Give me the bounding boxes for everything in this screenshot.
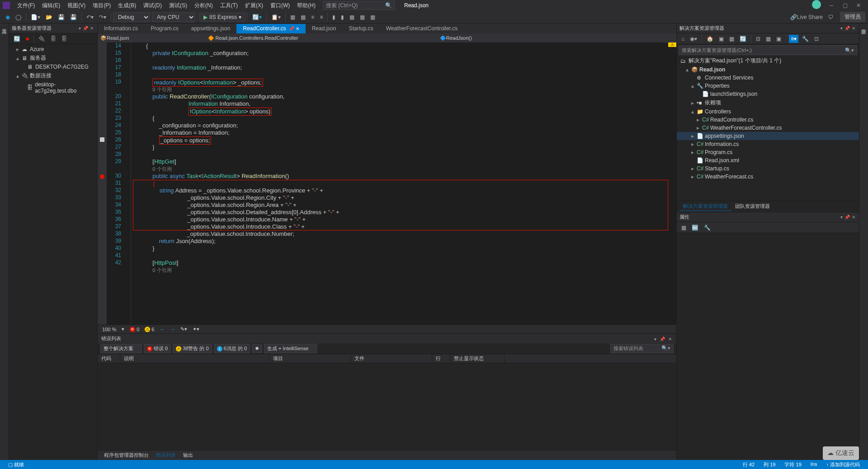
categorize-icon[interactable]: ▦ xyxy=(679,224,688,232)
tb-icon-6[interactable]: ▮ xyxy=(330,13,337,21)
tb-icon-4[interactable]: ≡ xyxy=(309,13,316,21)
home-icon[interactable]: ⌂ xyxy=(679,35,686,43)
dropdown-icon[interactable]: ▾ xyxy=(840,26,843,31)
build-dropdown[interactable]: 生成 + IntelliSense xyxy=(264,344,317,353)
code-editor[interactable]: 1415161718192021222324252627282930313233… xyxy=(98,42,676,324)
solution-item[interactable]: ▴📁Controllers xyxy=(677,108,859,116)
warning-count[interactable]: ⚠6 xyxy=(145,327,154,332)
breadcrumb-member[interactable]: 🔷 ReadJson() xyxy=(440,35,672,41)
pin-icon[interactable]: 📌 xyxy=(660,337,665,342)
view-icon[interactable]: ≡▾ xyxy=(789,35,798,43)
breadcrumb-project[interactable]: 📦 Read.json xyxy=(100,35,129,41)
solution-item[interactable]: ▸📄appsettings.json xyxy=(677,132,859,140)
solution-item[interactable]: ▸C#WeatherForecastController.cs xyxy=(677,124,859,132)
props-icon[interactable]: ▦ xyxy=(764,35,773,43)
menu-item[interactable]: 文件(F) xyxy=(14,1,38,10)
close-panel-icon[interactable]: ✕ xyxy=(90,26,94,31)
refresh-icon[interactable]: 🔄 xyxy=(12,35,22,43)
output-tab[interactable]: 程序包管理器控制台 xyxy=(100,451,152,460)
minimize-button[interactable]: ─ xyxy=(825,0,838,11)
error-count[interactable]: ✕0 xyxy=(130,327,139,332)
db-icon[interactable]: 🗄 xyxy=(49,35,58,43)
error-search-input[interactable]: 搜索错误列表 🔍▾ xyxy=(610,344,674,353)
errors-filter[interactable]: ✕错误 0 xyxy=(144,344,171,353)
solution-item[interactable]: 📄launchSettings.json xyxy=(677,90,859,98)
column-header[interactable]: 代码 xyxy=(98,354,120,363)
editor-tab[interactable]: Program.cs xyxy=(144,24,184,33)
feedback-button[interactable]: 🗩 xyxy=(826,13,835,21)
dropdown-icon[interactable]: ▾ xyxy=(654,337,656,342)
zoom-level[interactable]: 100 % xyxy=(102,327,116,332)
pin-icon[interactable]: 📌 xyxy=(844,215,850,220)
redo-button[interactable]: ↷▾ xyxy=(97,13,108,21)
menu-item[interactable]: 视图(V) xyxy=(64,1,89,10)
start-debug-button[interactable]: ▶ IIS Express ▾ xyxy=(199,13,245,22)
tb-icon-2[interactable]: ▦ xyxy=(288,13,297,21)
tb-icon-9[interactable]: ▦ xyxy=(358,13,367,21)
solution-item[interactable]: ▸C#Startup.cs xyxy=(677,164,859,173)
new-project-button[interactable]: 📄▾ xyxy=(29,13,42,21)
menu-item[interactable]: 分析(N) xyxy=(191,1,217,10)
solution-item[interactable]: ▸C#WeatherForecast.cs xyxy=(677,173,859,181)
output-tab[interactable]: 输出 xyxy=(179,451,197,460)
props-wrench-icon[interactable]: 🔧 xyxy=(702,224,712,232)
close-icon[interactable]: ✕ xyxy=(852,215,855,220)
output-tab[interactable]: 错误列表 xyxy=(152,451,179,460)
code-content[interactable]: { private IConfiguration _configuration;… xyxy=(131,42,668,324)
preview-icon[interactable]: ▣ xyxy=(774,35,783,43)
save-all-button[interactable]: 💾 xyxy=(68,13,79,21)
quick-search-input[interactable]: 搜索 (Ctrl+Q) 🔍 xyxy=(323,1,395,10)
liveshare-button[interactable]: 🔗 Live Share xyxy=(788,13,825,21)
solution-item[interactable]: ▸•■依赖项 xyxy=(677,98,859,108)
solution-item[interactable]: ▸C#ReadController.cs xyxy=(677,116,859,124)
build-filter-icon[interactable]: ✹ xyxy=(252,344,262,353)
show-all-icon[interactable]: ▦ xyxy=(727,35,736,43)
fold-column[interactable] xyxy=(125,42,131,324)
save-button[interactable]: 💾 xyxy=(56,13,66,21)
solution-item[interactable]: ▸C#Program.cs xyxy=(677,148,859,156)
column-header[interactable]: 禁止显示状态 xyxy=(450,354,505,363)
solution-item[interactable]: 📄Read.json.xml xyxy=(677,156,859,164)
editor-tab[interactable]: ReadController.cs📌 ✕ xyxy=(236,24,305,33)
platform-dropdown[interactable]: Any CPU xyxy=(152,12,195,22)
solution-item[interactable]: ⊕Connected Services xyxy=(677,74,859,82)
close-icon[interactable]: ✕ xyxy=(852,26,855,31)
config-dropdown[interactable]: Debug xyxy=(113,12,150,22)
explorer-tab[interactable]: 团队资源管理器 xyxy=(731,202,774,211)
wrench-icon[interactable]: 🔧 xyxy=(800,35,811,43)
editor-tab[interactable]: WeatherForecastController.cs xyxy=(380,24,464,33)
dropdown-icon[interactable]: ▾ xyxy=(79,26,81,31)
menu-item[interactable]: 编辑(E) xyxy=(38,1,64,10)
dropdown-icon[interactable]: ▾ xyxy=(840,215,843,220)
scope-dropdown[interactable]: 整个解决方案 xyxy=(100,344,142,353)
column-header[interactable]: 行 xyxy=(432,354,450,363)
pin-icon[interactable]: 📌 xyxy=(83,26,88,31)
warnings-filter[interactable]: ⚠38警告 的 0 xyxy=(173,344,212,353)
tb-icon-8[interactable]: ▦ xyxy=(348,13,356,21)
nav-next-button[interactable]: → xyxy=(170,327,175,332)
menu-item[interactable]: 生成(B) xyxy=(114,1,140,10)
toolbox-left-collapsed[interactable]: 工具箱 xyxy=(0,23,9,460)
back-icon[interactable]: ◉▾ xyxy=(688,35,699,43)
editor-tab[interactable]: Information.cs xyxy=(98,24,144,33)
solution-item[interactable]: ▸C#Information.cs xyxy=(677,140,859,148)
pen-icon[interactable]: ✎▾ xyxy=(180,326,187,332)
open-button[interactable]: 📂 xyxy=(44,13,54,21)
nav-prev-button[interactable]: ← xyxy=(160,327,165,332)
close-icon[interactable]: ✕ xyxy=(668,337,672,342)
tree-item[interactable]: ▴🔌数据连接 xyxy=(9,71,97,80)
close-button[interactable]: ✕ xyxy=(852,0,865,11)
solution-item[interactable]: ▴📦Read.json xyxy=(677,66,859,74)
sync-icon[interactable]: 🏠 xyxy=(705,35,715,43)
connect-icon[interactable]: 🔌 xyxy=(37,35,47,43)
tb-icon-1[interactable]: 📋▾ xyxy=(269,13,283,21)
collapse-icon[interactable]: ⊟ xyxy=(754,35,762,43)
overview-ruler[interactable]: ⚠ xyxy=(668,42,676,324)
breadcrumb-class[interactable]: 🔶 Read.json.Controllers.ReadController xyxy=(208,35,440,41)
editor-tab[interactable]: Read.json xyxy=(306,24,343,33)
undo-button[interactable]: ↶▾ xyxy=(85,13,95,21)
menu-item[interactable]: 窗口(W) xyxy=(267,1,293,10)
menu-item[interactable]: 帮助(H) xyxy=(293,1,319,10)
menu-item[interactable]: 测试(S) xyxy=(165,1,191,10)
toolbox-right-collapsed[interactable]: 数据库 xyxy=(859,23,868,460)
